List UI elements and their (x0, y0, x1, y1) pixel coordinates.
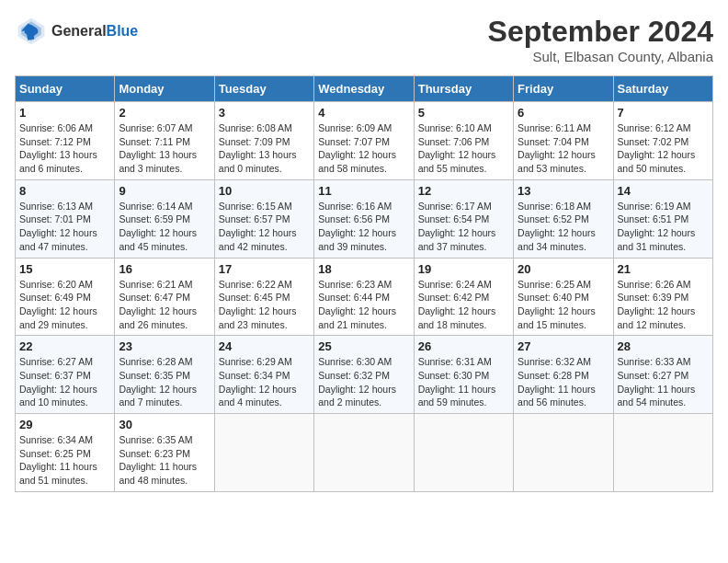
logo-icon (15, 15, 48, 48)
day-number: 16 (119, 262, 210, 276)
day-info: Sunrise: 6:15 AM Sunset: 6:57 PM Dayligh… (219, 200, 310, 254)
day-info: Sunrise: 6:27 AM Sunset: 6:37 PM Dayligh… (19, 355, 110, 409)
day-cell: 15 Sunrise: 6:20 AM Sunset: 6:49 PM Dayl… (16, 258, 115, 336)
day-info: Sunrise: 6:26 AM Sunset: 6:39 PM Dayligh… (618, 278, 709, 332)
day-cell (613, 414, 712, 492)
weekday-header-monday: Monday (115, 76, 214, 102)
day-cell: 2 Sunrise: 6:07 AM Sunset: 7:11 PM Dayli… (115, 102, 214, 180)
weekday-header-wednesday: Wednesday (314, 76, 414, 102)
page-header: GeneralBlue September 2024 Sult, Elbasan… (15, 15, 713, 64)
day-cell: 24 Sunrise: 6:29 AM Sunset: 6:34 PM Dayl… (214, 336, 313, 414)
day-info: Sunrise: 6:22 AM Sunset: 6:45 PM Dayligh… (219, 278, 310, 332)
week-row-2: 8 Sunrise: 6:13 AM Sunset: 7:01 PM Dayli… (16, 179, 713, 258)
title-block: September 2024 Sult, Elbasan County, Alb… (488, 15, 713, 64)
day-number: 2 (119, 106, 210, 120)
day-cell (514, 414, 613, 492)
day-number: 7 (618, 106, 709, 120)
day-cell: 26 Sunrise: 6:31 AM Sunset: 6:30 PM Dayl… (414, 336, 513, 414)
day-cell: 25 Sunrise: 6:30 AM Sunset: 6:32 PM Dayl… (314, 336, 414, 414)
week-row-3: 15 Sunrise: 6:20 AM Sunset: 6:49 PM Dayl… (16, 258, 713, 336)
week-row-5: 29 Sunrise: 6:34 AM Sunset: 6:25 PM Dayl… (16, 414, 713, 492)
day-number: 26 (418, 339, 509, 353)
day-cell: 21 Sunrise: 6:26 AM Sunset: 6:39 PM Dayl… (613, 258, 712, 336)
day-cell: 29 Sunrise: 6:34 AM Sunset: 6:25 PM Dayl… (16, 414, 115, 492)
day-info: Sunrise: 6:14 AM Sunset: 6:59 PM Dayligh… (119, 200, 210, 254)
weekday-header-saturday: Saturday (613, 76, 712, 102)
day-info: Sunrise: 6:23 AM Sunset: 6:44 PM Dayligh… (318, 278, 409, 332)
day-info: Sunrise: 6:08 AM Sunset: 7:09 PM Dayligh… (219, 121, 310, 176)
day-info: Sunrise: 6:18 AM Sunset: 6:52 PM Dayligh… (518, 200, 609, 254)
day-number: 6 (518, 106, 609, 120)
day-info: Sunrise: 6:33 AM Sunset: 6:27 PM Dayligh… (618, 355, 709, 409)
day-info: Sunrise: 6:34 AM Sunset: 6:25 PM Dayligh… (19, 433, 110, 488)
day-cell: 22 Sunrise: 6:27 AM Sunset: 6:37 PM Dayl… (16, 336, 115, 414)
day-info: Sunrise: 6:10 AM Sunset: 7:06 PM Dayligh… (418, 121, 509, 176)
day-number: 5 (418, 106, 509, 120)
day-info: Sunrise: 6:07 AM Sunset: 7:11 PM Dayligh… (119, 121, 210, 176)
day-cell: 9 Sunrise: 6:14 AM Sunset: 6:59 PM Dayli… (115, 179, 214, 258)
day-info: Sunrise: 6:30 AM Sunset: 6:32 PM Dayligh… (318, 355, 409, 409)
weekday-header-tuesday: Tuesday (214, 76, 313, 102)
day-number: 10 (219, 184, 310, 198)
day-cell: 30 Sunrise: 6:35 AM Sunset: 6:23 PM Dayl… (115, 414, 214, 492)
day-cell: 20 Sunrise: 6:25 AM Sunset: 6:40 PM Dayl… (514, 258, 613, 336)
day-number: 17 (219, 262, 310, 276)
day-number: 24 (219, 339, 310, 353)
day-info: Sunrise: 6:20 AM Sunset: 6:49 PM Dayligh… (19, 278, 110, 332)
day-cell (314, 414, 414, 492)
day-info: Sunrise: 6:12 AM Sunset: 7:02 PM Dayligh… (618, 121, 709, 176)
logo-text: GeneralBlue (51, 23, 138, 40)
day-info: Sunrise: 6:31 AM Sunset: 6:30 PM Dayligh… (418, 355, 509, 409)
day-number: 20 (518, 262, 609, 276)
day-cell: 10 Sunrise: 6:15 AM Sunset: 6:57 PM Dayl… (214, 179, 313, 258)
day-number: 18 (318, 262, 409, 276)
subtitle: Sult, Elbasan County, Albania (488, 49, 713, 64)
day-info: Sunrise: 6:16 AM Sunset: 6:56 PM Dayligh… (318, 200, 409, 254)
day-cell: 4 Sunrise: 6:09 AM Sunset: 7:07 PM Dayli… (314, 102, 414, 180)
day-number: 13 (518, 184, 609, 198)
day-number: 3 (219, 106, 310, 120)
day-number: 14 (618, 184, 709, 198)
day-cell (414, 414, 513, 492)
day-cell: 5 Sunrise: 6:10 AM Sunset: 7:06 PM Dayli… (414, 102, 513, 180)
day-info: Sunrise: 6:17 AM Sunset: 6:54 PM Dayligh… (418, 200, 509, 254)
week-row-1: 1 Sunrise: 6:06 AM Sunset: 7:12 PM Dayli… (16, 102, 713, 180)
day-number: 22 (19, 339, 110, 353)
day-cell: 3 Sunrise: 6:08 AM Sunset: 7:09 PM Dayli… (214, 102, 313, 180)
day-number: 15 (19, 262, 110, 276)
logo: GeneralBlue (15, 15, 138, 48)
day-info: Sunrise: 6:29 AM Sunset: 6:34 PM Dayligh… (219, 355, 310, 409)
day-cell: 12 Sunrise: 6:17 AM Sunset: 6:54 PM Dayl… (414, 179, 513, 258)
day-cell: 13 Sunrise: 6:18 AM Sunset: 6:52 PM Dayl… (514, 179, 613, 258)
day-number: 12 (418, 184, 509, 198)
day-info: Sunrise: 6:35 AM Sunset: 6:23 PM Dayligh… (119, 433, 210, 488)
day-number: 8 (19, 184, 110, 198)
day-info: Sunrise: 6:24 AM Sunset: 6:42 PM Dayligh… (418, 278, 509, 332)
day-info: Sunrise: 6:21 AM Sunset: 6:47 PM Dayligh… (119, 278, 210, 332)
week-row-4: 22 Sunrise: 6:27 AM Sunset: 6:37 PM Dayl… (16, 336, 713, 414)
day-number: 25 (318, 339, 409, 353)
day-number: 4 (318, 106, 409, 120)
day-cell: 27 Sunrise: 6:32 AM Sunset: 6:28 PM Dayl… (514, 336, 613, 414)
day-cell: 19 Sunrise: 6:24 AM Sunset: 6:42 PM Dayl… (414, 258, 513, 336)
day-number: 23 (119, 339, 210, 353)
day-cell: 23 Sunrise: 6:28 AM Sunset: 6:35 PM Dayl… (115, 336, 214, 414)
day-cell (214, 414, 313, 492)
day-cell: 14 Sunrise: 6:19 AM Sunset: 6:51 PM Dayl… (613, 179, 712, 258)
day-cell: 7 Sunrise: 6:12 AM Sunset: 7:02 PM Dayli… (613, 102, 712, 180)
day-number: 27 (518, 339, 609, 353)
day-cell: 16 Sunrise: 6:21 AM Sunset: 6:47 PM Dayl… (115, 258, 214, 336)
day-info: Sunrise: 6:25 AM Sunset: 6:40 PM Dayligh… (518, 278, 609, 332)
day-cell: 11 Sunrise: 6:16 AM Sunset: 6:56 PM Dayl… (314, 179, 414, 258)
calendar-table: SundayMondayTuesdayWednesdayThursdayFrid… (15, 75, 713, 492)
day-number: 11 (318, 184, 409, 198)
day-number: 19 (418, 262, 509, 276)
day-number: 9 (119, 184, 210, 198)
day-info: Sunrise: 6:19 AM Sunset: 6:51 PM Dayligh… (618, 200, 709, 254)
day-cell: 6 Sunrise: 6:11 AM Sunset: 7:04 PM Dayli… (514, 102, 613, 180)
day-info: Sunrise: 6:32 AM Sunset: 6:28 PM Dayligh… (518, 355, 609, 409)
weekday-header-friday: Friday (514, 76, 613, 102)
weekday-header-row: SundayMondayTuesdayWednesdayThursdayFrid… (16, 76, 713, 102)
day-info: Sunrise: 6:09 AM Sunset: 7:07 PM Dayligh… (318, 121, 409, 176)
day-number: 1 (19, 106, 110, 120)
